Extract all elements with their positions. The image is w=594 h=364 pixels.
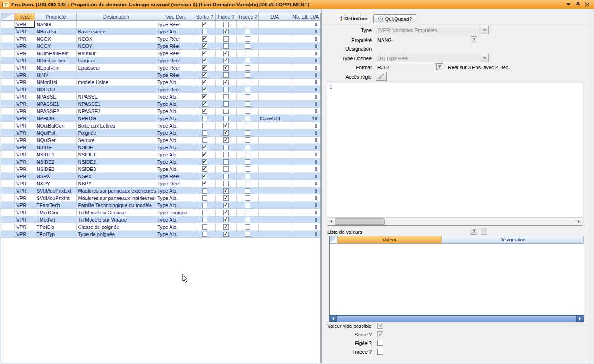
figee-checkbox[interactable] (223, 159, 229, 165)
figee-checkbox[interactable] (223, 203, 229, 208)
cell-sortie[interactable] (194, 43, 216, 49)
row-selector[interactable] (1, 64, 15, 71)
cell-lva[interactable] (259, 21, 291, 28)
cell-propriete[interactable]: SVtlMouPnxInt (35, 194, 77, 201)
sortie-checkbox[interactable] (202, 195, 207, 201)
cell-type[interactable]: VPR (15, 122, 35, 129)
editor-horizontal-scrollbar[interactable] (327, 217, 583, 225)
row-selector[interactable] (1, 231, 15, 237)
cell-figee[interactable] (216, 115, 237, 122)
values-column-designation[interactable]: Désignation (442, 236, 584, 243)
table-row[interactable]: VPRTModVitTri Modele sur VitrageType Alp… (1, 216, 320, 223)
cell-nb-elt-lva[interactable]: 0 (291, 86, 320, 93)
cell-tracee[interactable] (237, 194, 259, 201)
row-selector[interactable] (1, 223, 15, 230)
cell-tracee[interactable] (237, 50, 259, 57)
tracee-checkbox[interactable] (245, 203, 250, 208)
cell-designation[interactable]: NCOX (77, 35, 156, 42)
sortie-checkbox[interactable] (202, 217, 207, 222)
figee-checkbox[interactable] (223, 80, 229, 85)
table-row[interactable]: VPRNSIDE1NSIDE1Type Alp.0 (1, 151, 320, 158)
tracee-checkbox[interactable] (245, 224, 250, 230)
column-header-3[interactable]: Type Don. (156, 13, 194, 20)
cell-designation[interactable]: NSPY (77, 180, 156, 187)
cell-propriete[interactable]: NCOY (35, 43, 77, 49)
cell-lva[interactable] (259, 57, 291, 64)
cell-type-don[interactable]: Type Alp. (156, 129, 194, 136)
cell-designation[interactable]: Hauteur (77, 50, 156, 57)
cell-tracee[interactable] (237, 187, 259, 194)
cell-figee[interactable] (216, 21, 237, 28)
cell-type[interactable]: VPR (15, 180, 35, 187)
cell-nb-elt-lva[interactable]: 0 (291, 57, 320, 64)
cell-figee[interactable] (216, 194, 237, 201)
cell-lva[interactable] (259, 231, 291, 237)
figee-checkbox[interactable] (223, 130, 229, 136)
figee-checkbox[interactable] (223, 51, 229, 56)
figee-checkbox[interactable] (223, 145, 229, 150)
cell-nb-elt-lva[interactable]: 0 (291, 137, 320, 143)
cell-designation[interactable]: Moulures sur panneaux extérieures (77, 187, 156, 194)
table-row[interactable]: VPRNPROGNPROGType Alp.CodeUSI16 (1, 115, 320, 122)
cell-propriete[interactable]: NSIDE1 (35, 151, 77, 158)
row-selector[interactable] (1, 151, 15, 158)
table-row[interactable]: VPRNSPYNSPYType Réel0 (1, 180, 320, 187)
cell-type-don[interactable]: Type Alp. (156, 202, 194, 208)
table-row[interactable]: VPRNCOYNCOYType Réel0 (1, 43, 320, 50)
table-row[interactable]: VPRNQuiBalGenBoite aux LettresType Alp.0 (1, 122, 320, 129)
cell-designation[interactable]: Moulures sur panneaux intérieures (77, 194, 156, 201)
column-header-0[interactable]: Type (15, 13, 35, 20)
cell-nb-elt-lva[interactable]: 0 (291, 173, 320, 180)
cell-propriete[interactable]: NPASSE1 (35, 100, 77, 107)
cell-figee[interactable] (216, 165, 237, 172)
cell-type[interactable]: VPR (15, 115, 35, 122)
cell-designation[interactable]: Base usinée (77, 28, 156, 35)
sortie-checkbox[interactable] (202, 159, 207, 165)
cell-sortie[interactable] (194, 144, 216, 151)
values-scroll-left-button[interactable] (330, 316, 336, 322)
figee-checkbox[interactable] (223, 232, 229, 237)
tracee-checkbox[interactable] (245, 80, 250, 85)
cell-nb-elt-lva[interactable]: 0 (291, 122, 320, 129)
cell-lva[interactable] (259, 151, 291, 158)
tracee-checkbox[interactable] (245, 109, 250, 114)
select-all-header[interactable] (1, 13, 15, 20)
cell-type[interactable]: VPR (15, 165, 35, 172)
tracee-checkbox[interactable] (245, 152, 250, 157)
cell-sortie[interactable] (194, 202, 216, 208)
sortie-checkbox[interactable] (202, 51, 207, 56)
tracee-checkbox[interactable] (245, 159, 250, 165)
cell-designation[interactable]: NSIDE (77, 144, 156, 151)
cell-type-don[interactable]: Type Alp. (156, 108, 194, 114)
cell-designation[interactable] (77, 71, 156, 78)
cell-figee[interactable] (216, 144, 237, 151)
cell-propriete[interactable]: NSPX (35, 173, 77, 180)
cell-lva[interactable] (259, 223, 291, 230)
cell-tracee[interactable] (237, 108, 259, 114)
cell-nb-elt-lva[interactable]: 0 (291, 35, 320, 42)
cell-tracee[interactable] (237, 231, 259, 237)
sortie-checkbox[interactable] (202, 174, 207, 179)
cell-lva[interactable] (259, 108, 291, 114)
cell-type-don[interactable]: Type Réel (156, 21, 194, 28)
table-row[interactable]: VPRTPoiTypType de poignéeType Alp.0 (1, 231, 320, 238)
cell-sortie[interactable] (194, 231, 216, 237)
tracee-checkbox[interactable] (245, 217, 250, 222)
sortie-checkbox[interactable] (202, 166, 207, 172)
tracee-checkbox[interactable] (245, 43, 250, 49)
cell-tracee[interactable] (237, 202, 259, 208)
cell-type[interactable]: VPR (15, 79, 35, 85)
cell-designation[interactable]: Tri Modele sur Vitrage (77, 216, 156, 223)
row-selector[interactable] (1, 57, 15, 64)
table-row[interactable]: VPRNPASSE2NPASSE2Type Alp.0 (1, 108, 320, 115)
cell-propriete[interactable]: NANG (35, 21, 77, 28)
cell-propriete[interactable]: NQuiSer (35, 137, 77, 143)
figee-checkbox[interactable] (223, 174, 229, 179)
cell-nb-elt-lva[interactable]: 0 (291, 50, 320, 57)
cell-type[interactable]: VPR (15, 173, 35, 180)
cell-figee[interactable] (216, 35, 237, 42)
cell-lva[interactable] (259, 194, 291, 201)
figee-checkbox[interactable] (223, 116, 229, 121)
cell-figee[interactable] (216, 57, 237, 64)
cell-sortie[interactable] (194, 57, 216, 64)
